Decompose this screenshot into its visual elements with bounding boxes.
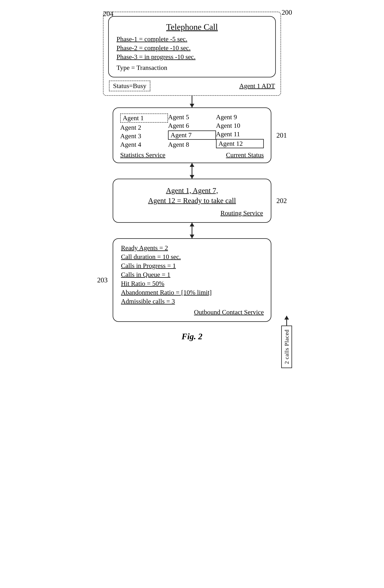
status-busy: Status=Busy bbox=[109, 81, 150, 91]
calls-placed-container: 2 calls Placed bbox=[281, 316, 292, 368]
agents-grid: Agent 1 Agent 2 Agent 3 Agent 4 Agent 5 … bbox=[120, 113, 264, 148]
agent11-item: Agent 11 bbox=[216, 130, 264, 138]
calls-in-queue-line: Calls in Queue = 1 bbox=[121, 271, 264, 278]
routing-line1: Agent 1, Agent 7, bbox=[121, 186, 263, 195]
agent10-item: Agent 10 bbox=[216, 122, 264, 129]
admissible-calls-line: Admissible calls = 3 bbox=[121, 298, 264, 305]
agent9-item: Agent 9 bbox=[216, 113, 264, 121]
agent7-item: Agent 7 bbox=[168, 130, 216, 140]
ref-202: 202 bbox=[277, 197, 287, 205]
ref-200: 200 bbox=[282, 8, 292, 17]
agent6-item: Agent 6 bbox=[168, 122, 216, 129]
agent5-item: Agent 5 bbox=[168, 113, 216, 121]
phase3-line: Phase-3 = in progress -10 sec. bbox=[117, 53, 267, 61]
abandonment-ratio-line: Abandonment Ratio = [10% limit] bbox=[121, 289, 264, 296]
call-duration-line: Call duration = 10 sec. bbox=[121, 253, 264, 260]
agents-footer: Statistics Service Current Status bbox=[120, 151, 264, 159]
routing-box: Agent 1, Agent 7, Agent 12 = Ready to ta… bbox=[113, 179, 271, 223]
arrow-both-2 bbox=[192, 223, 192, 238]
telephone-title: Telephone Call bbox=[117, 22, 267, 32]
outer-box-200: 200 Telephone Call Phase-1 = complete -5… bbox=[103, 12, 281, 96]
agent2-item: Agent 2 bbox=[120, 124, 168, 131]
arrow-down-1 bbox=[192, 96, 192, 107]
routing-footer: Routing Service bbox=[121, 210, 263, 217]
fig-caption: Fig. 2 bbox=[182, 332, 202, 341]
outbound-box: Ready Agents = 2 Call duration = 10 sec.… bbox=[113, 238, 271, 322]
routing-line2: Agent 12 = Ready to take call bbox=[121, 196, 263, 205]
calls-placed-arrow-top bbox=[286, 316, 287, 326]
type-line: Type = Transaction bbox=[117, 64, 267, 71]
calls-in-progress-line: Calls in Progress = 1 bbox=[121, 262, 264, 270]
agent-col-3: Agent 9 Agent 10 Agent 11 Agent 12 bbox=[216, 113, 264, 148]
telephone-call-box: Telephone Call Phase-1 = complete -5 sec… bbox=[108, 16, 276, 77]
ready-agents-line: Ready Agents = 2 bbox=[121, 244, 264, 252]
agents-box: Agent 1 Agent 2 Agent 3 Agent 4 Agent 5 … bbox=[113, 107, 271, 163]
status-agent-row: Status=Busy Agent 1 ADT bbox=[108, 81, 276, 91]
agent1-adt: Agent 1 ADT bbox=[239, 82, 275, 90]
agent4-item: Agent 4 bbox=[120, 141, 168, 148]
current-status-label: Current Status bbox=[226, 151, 264, 159]
diagram-container: 204 200 Telephone Call Phase-1 = complet… bbox=[85, 12, 299, 341]
calls-placed-text: 2 calls Placed bbox=[281, 326, 292, 368]
agent3-item: Agent 3 bbox=[120, 132, 168, 140]
phase1-line: Phase-1 = complete -5 sec. bbox=[117, 35, 267, 43]
agent12-item: Agent 12 bbox=[216, 139, 264, 148]
ref-203: 203 bbox=[97, 276, 107, 284]
agent-col-2: Agent 5 Agent 6 Agent 7 Agent 8 bbox=[168, 113, 216, 148]
statistics-service-label: Statistics Service bbox=[120, 151, 165, 159]
arrow-both-1 bbox=[192, 163, 192, 179]
agent-col-1: Agent 1 Agent 2 Agent 3 Agent 4 bbox=[120, 113, 168, 148]
ref-201: 201 bbox=[277, 131, 287, 139]
agent1-item: Agent 1 bbox=[120, 113, 168, 123]
outbound-footer: Outbound Contact Service bbox=[121, 309, 264, 316]
hit-ratio-line: Hit Ratio = 50% bbox=[121, 280, 264, 287]
agent8-item: Agent 8 bbox=[168, 141, 216, 148]
phase2-line: Phase-2 = complete -10 sec. bbox=[117, 44, 267, 52]
